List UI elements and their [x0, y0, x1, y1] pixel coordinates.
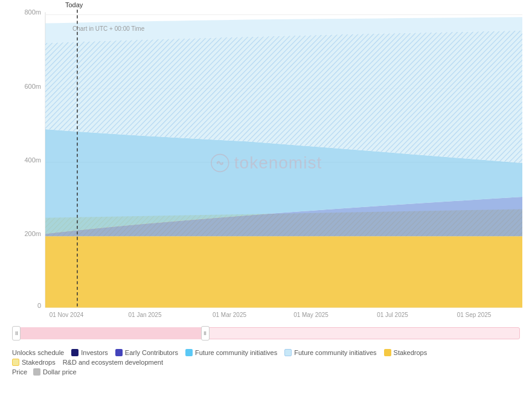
stakedrops-label: Stakedrops: [394, 349, 428, 356]
range-selected: [12, 327, 205, 339]
range-slider[interactable]: ⏸ ⏸: [12, 322, 520, 344]
legend-item-future-community-1: Future community initiatives: [185, 349, 277, 356]
legend-item-stakedrops-2: Stakedrops: [12, 359, 56, 366]
svg-text:01 Nov 2024: 01 Nov 2024: [50, 312, 84, 318]
svg-text:800m: 800m: [25, 8, 41, 16]
svg-text:400m: 400m: [25, 156, 41, 164]
legend-item-future-community-2: Future community initiatives: [284, 349, 376, 356]
svg-text:200m: 200m: [25, 230, 41, 237]
legend-item-investors: Investors: [71, 349, 108, 356]
stakedrops-2-label: Stakedrops: [22, 359, 56, 366]
legend: Unlocks schedule Investors Early Contrib…: [6, 344, 526, 366]
chart-area: Chart in UTC + 00:00 Time 800m 600m 400m…: [6, 6, 526, 320]
svg-text:01 Jan 2025: 01 Jan 2025: [129, 312, 162, 318]
svg-text:0: 0: [37, 302, 41, 309]
legend-row-2: Stakedrops R&D and ecosystem development: [12, 359, 520, 366]
dollar-price-label: Dollar price: [43, 368, 77, 376]
price-legend: Price Dollar price: [6, 366, 526, 376]
future-community-1-swatch: [185, 349, 193, 356]
future-community-2-label: Future community initiatives: [294, 349, 376, 356]
investors-label: Investors: [81, 349, 108, 356]
range-handle-right[interactable]: ⏸: [201, 326, 210, 341]
rnd-label: R&D and ecosystem development: [63, 359, 163, 366]
range-handle-left[interactable]: ⏸: [12, 326, 21, 341]
legend-item-stakedrops: Stakedrops: [384, 349, 428, 356]
legend-item-rnd: R&D and ecosystem development: [63, 359, 163, 366]
svg-text:01 May 2025: 01 May 2025: [293, 312, 328, 318]
stakedrops-2-swatch: [12, 359, 19, 366]
dollar-price-swatch: [33, 368, 40, 376]
stakedrops-swatch: [384, 349, 391, 356]
svg-text:01 Mar 2025: 01 Mar 2025: [213, 312, 246, 318]
legend-item-early-contributors: Early Contributors: [115, 349, 178, 356]
future-community-1-label: Future community initiatives: [195, 349, 277, 356]
investors-swatch: [71, 349, 79, 356]
svg-text:01 Jul 2025: 01 Jul 2025: [377, 312, 408, 318]
svg-text:600m: 600m: [25, 83, 41, 90]
chart-svg: 800m 600m 400m 200m 0: [6, 6, 526, 320]
legend-row-1: Unlocks schedule Investors Early Contrib…: [12, 349, 520, 356]
future-community-2-swatch: [284, 349, 292, 356]
chart-note: Chart in UTC + 00:00 Time: [72, 25, 144, 32]
legend-item-unlocks-schedule: Unlocks schedule: [12, 349, 64, 356]
svg-text:01 Sep 2025: 01 Sep 2025: [457, 312, 492, 318]
unlocks-schedule-label: Unlocks schedule: [12, 349, 64, 356]
early-contributors-label: Early Contributors: [125, 349, 178, 356]
price-label: Price: [12, 368, 27, 376]
legend-item-dollar-price: Dollar price: [33, 368, 77, 376]
chart-container: Today Chart in UTC + 00:00 Time 800m 600…: [0, 0, 532, 416]
early-contributors-swatch: [115, 349, 123, 356]
